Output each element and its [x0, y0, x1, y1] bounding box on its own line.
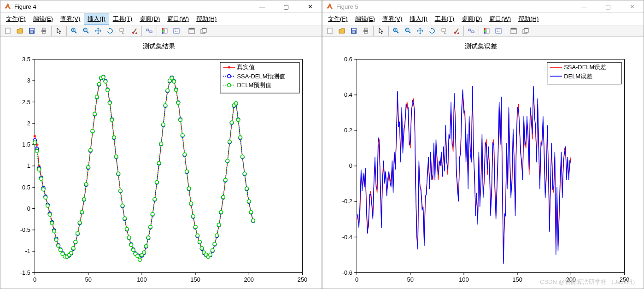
- link-icon[interactable]: [466, 25, 477, 36]
- new-icon[interactable]: [324, 25, 335, 36]
- svg-text:1: 1: [27, 162, 30, 169]
- datatip-icon[interactable]: [439, 25, 450, 36]
- svg-rect-726: [484, 30, 486, 32]
- svg-line-17: [134, 29, 136, 32]
- zoom-out-icon[interactable]: [81, 25, 92, 36]
- menu-edit[interactable]: 编辑(E): [351, 13, 379, 25]
- svg-text:1.5: 1.5: [22, 141, 30, 148]
- svg-rect-720: [457, 33, 459, 34]
- new-icon[interactable]: [2, 25, 13, 36]
- svg-point-595: [53, 230, 56, 233]
- chart-svg: 050100150200250-1.5-1-0.500.511.522.533.…: [5, 53, 312, 289]
- svg-point-675: [223, 178, 227, 182]
- chart-title: 测试集结果: [5, 42, 312, 51]
- menu-insert[interactable]: 插入(I): [406, 13, 431, 25]
- menu-help[interactable]: 帮助(H): [193, 13, 220, 25]
- svg-point-651: [172, 80, 176, 83]
- svg-text:3: 3: [27, 77, 30, 84]
- svg-rect-734: [511, 28, 516, 29]
- legend-icon[interactable]: [171, 25, 182, 36]
- svg-point-654: [179, 118, 182, 122]
- svg-point-597: [57, 244, 60, 248]
- menu-window[interactable]: 窗口(W): [164, 13, 193, 25]
- minimize-button[interactable]: —: [254, 0, 270, 12]
- svg-point-608: [80, 210, 84, 214]
- dock-icon[interactable]: [186, 25, 197, 36]
- minimize-button[interactable]: —: [576, 0, 592, 12]
- zoom-in-icon[interactable]: [391, 25, 402, 36]
- pan-icon[interactable]: [415, 25, 426, 36]
- titlebar[interactable]: Figure 4 — ▢ ✕: [0, 0, 322, 13]
- maximize-button[interactable]: ▢: [278, 0, 294, 12]
- datatip-icon[interactable]: [117, 25, 128, 36]
- menu-tools[interactable]: 工具(T): [109, 13, 136, 25]
- svg-rect-737: [524, 28, 528, 29]
- rotate-icon[interactable]: [105, 25, 116, 36]
- undock-icon[interactable]: [520, 25, 531, 36]
- svg-point-605: [74, 240, 77, 244]
- titlebar[interactable]: Figure 5 — ▢ ✕: [322, 0, 644, 13]
- brush-icon[interactable]: [129, 25, 140, 36]
- svg-point-673: [219, 210, 223, 214]
- svg-point-609: [82, 197, 86, 201]
- open-icon[interactable]: [336, 25, 347, 36]
- menu-view[interactable]: 查看(V): [57, 13, 84, 25]
- link-icon[interactable]: [144, 25, 155, 36]
- svg-point-592: [46, 204, 50, 207]
- svg-point-661: [193, 225, 197, 229]
- menu-file[interactable]: 文件(F): [2, 13, 29, 25]
- zoom-in-icon[interactable]: [69, 25, 80, 36]
- save-icon[interactable]: [348, 25, 359, 36]
- legend-icon[interactable]: [493, 25, 504, 36]
- print-icon[interactable]: [360, 25, 371, 36]
- svg-point-641: [151, 212, 154, 216]
- menu-desktop[interactable]: 桌面(D): [136, 13, 164, 25]
- svg-point-643: [155, 180, 159, 184]
- toolbar-separator: [479, 26, 479, 36]
- svg-point-655: [181, 134, 184, 137]
- close-button[interactable]: ✕: [302, 0, 318, 12]
- menu-help[interactable]: 帮助(H): [515, 13, 542, 25]
- svg-point-614: [93, 112, 97, 116]
- rotate-icon[interactable]: [427, 25, 438, 36]
- svg-point-650: [170, 77, 174, 80]
- close-button[interactable]: ✕: [624, 0, 640, 12]
- zoom-out-icon[interactable]: [403, 25, 414, 36]
- svg-rect-35: [202, 28, 206, 29]
- menu-tools[interactable]: 工具(T): [431, 13, 458, 25]
- dock-icon[interactable]: [508, 25, 519, 36]
- pointer-icon[interactable]: [53, 25, 64, 36]
- svg-point-659: [189, 202, 193, 206]
- brush-icon[interactable]: [451, 25, 462, 36]
- print-icon[interactable]: [38, 25, 49, 36]
- svg-text:DELM误差: DELM误差: [564, 73, 592, 80]
- svg-text:2: 2: [27, 120, 30, 127]
- svg-point-603: [70, 251, 73, 255]
- menu-edit[interactable]: 编辑(E): [29, 13, 57, 25]
- svg-point-629: [125, 227, 129, 231]
- svg-point-648: [166, 89, 170, 93]
- svg-point-613: [91, 129, 94, 133]
- maximize-button[interactable]: ▢: [600, 0, 616, 12]
- colorbar-icon[interactable]: [481, 25, 492, 36]
- svg-text:-0.5: -0.5: [20, 226, 30, 233]
- menu-window[interactable]: 窗口(W): [486, 13, 515, 25]
- menu-insert[interactable]: 插入(I): [84, 13, 109, 25]
- open-icon[interactable]: [14, 25, 25, 36]
- window-title: Figure 5: [336, 3, 576, 10]
- save-icon[interactable]: [26, 25, 37, 36]
- pointer-icon[interactable]: [375, 25, 386, 36]
- menu-desktop[interactable]: 桌面(D): [458, 13, 486, 25]
- matlab-icon: [4, 3, 12, 10]
- svg-point-680: [234, 101, 238, 105]
- svg-point-644: [157, 161, 161, 165]
- svg-rect-25: [164, 29, 167, 33]
- undock-icon[interactable]: [198, 25, 209, 36]
- svg-text:250: 250: [620, 276, 630, 283]
- svg-point-664: [200, 247, 204, 250]
- menu-file[interactable]: 文件(F): [324, 13, 351, 25]
- menubar: 文件(F) 编辑(E) 查看(V) 插入(I) 工具(T) 桌面(D) 窗口(W…: [322, 13, 644, 25]
- menu-view[interactable]: 查看(V): [379, 13, 406, 25]
- pan-icon[interactable]: [93, 25, 104, 36]
- colorbar-icon[interactable]: [159, 25, 170, 36]
